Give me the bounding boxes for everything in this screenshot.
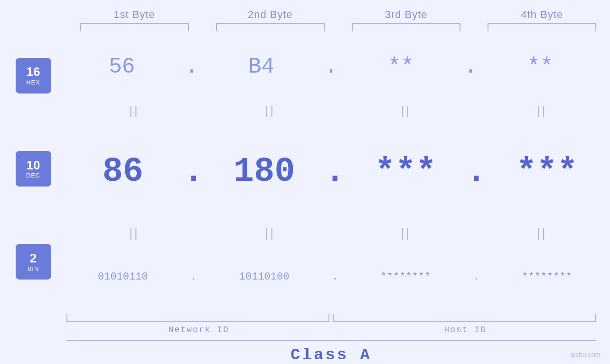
dec-byte2-block: 180 [208, 152, 321, 191]
byte-headers: 1st Byte 2nd Byte 3rd Byte 4th Byte [0, 0, 610, 21]
host-bracket [333, 314, 596, 322]
bin-byte3-block: ******** [349, 271, 462, 283]
bracket-cell-4 [474, 23, 610, 31]
hex-byte3-block: ** [346, 55, 457, 79]
byte2-header: 2nd Byte [202, 9, 338, 21]
data-rows: 56 . B4 . ** . ** [66, 31, 610, 306]
host-id-label: Host ID [335, 325, 596, 335]
dot-dec-2: . [321, 152, 349, 191]
class-label: Class A [291, 346, 372, 364]
badge-hex-label: HEX [26, 79, 40, 86]
eq2-b2: || [216, 226, 324, 241]
hex-byte2-block: B4 [206, 55, 317, 79]
class-section: Class A [0, 340, 610, 364]
dec-byte4-block: *** [490, 152, 603, 191]
bin-byte1: 01010110 [98, 271, 148, 283]
bottom-section: Network ID Host ID [0, 314, 610, 335]
top-bracket-4 [488, 23, 596, 31]
dot-bin-2: . [321, 271, 349, 283]
network-host-brackets [66, 314, 596, 322]
byte1-header: 1st Byte [66, 9, 202, 21]
dot-hex-3: . [456, 55, 485, 79]
eq1-b4: || [488, 103, 596, 118]
main-container: 1st Byte 2nd Byte 3rd Byte 4th Byte 16 H… [0, 0, 610, 364]
dot-bin-1: . [179, 271, 208, 283]
hex-byte2: B4 [248, 55, 274, 79]
badge-dec-label: DEC [26, 172, 40, 179]
dec-byte2: 180 [234, 152, 295, 191]
badge-bin: 2 BIN [16, 244, 51, 280]
dot-dec-3: . [462, 152, 490, 191]
badge-bin-label: BIN [28, 265, 39, 272]
top-bracket-3 [352, 23, 460, 31]
dot-hex-1: . [178, 55, 206, 79]
hex-byte1-block: 56 [66, 55, 178, 79]
bin-byte1-block: 01010110 [66, 271, 179, 283]
bin-byte2-block: 10110100 [208, 271, 321, 283]
eq2-b1: || [81, 226, 188, 241]
badge-dec-num: 10 [27, 159, 40, 172]
dec-byte1-block: 86 [66, 152, 179, 191]
badge-hex-num: 16 [27, 65, 40, 79]
dec-byte1: 86 [103, 152, 143, 191]
class-bracket-line [66, 340, 596, 341]
class-label-row: Class A [66, 346, 596, 364]
dec-byte4: *** [516, 152, 578, 191]
eq2-b4: || [488, 226, 596, 241]
badge-hex: 16 HEX [16, 58, 51, 93]
bin-byte4: ******** [522, 271, 572, 283]
label-row: Network ID Host ID [66, 325, 596, 335]
top-bracket-row [0, 23, 610, 31]
badge-bin-num: 2 [30, 252, 37, 265]
hex-byte4-block: ** [485, 55, 596, 79]
byte3-header: 3rd Byte [338, 9, 474, 21]
bracket-cell-2 [202, 23, 338, 31]
dec-byte3-block: *** [349, 152, 462, 191]
badges-column: 16 HEX 10 DEC 2 BIN [0, 31, 66, 306]
dot-bin-3: . [462, 271, 490, 283]
hex-byte1: 56 [109, 55, 135, 79]
dot-dec-1: . [179, 152, 208, 191]
hex-byte4: ** [527, 55, 554, 79]
watermark: ipshu.com [570, 351, 601, 358]
eq2-b3: || [353, 226, 460, 241]
network-bracket [66, 314, 329, 322]
bin-byte3: ******** [381, 271, 431, 283]
bin-byte2: 10110100 [239, 271, 290, 283]
bin-byte4-block: ******** [490, 271, 603, 283]
network-id-label: Network ID [66, 325, 331, 335]
byte4-header: 4th Byte [474, 9, 610, 21]
eq1-b2: || [216, 103, 324, 118]
badge-dec: 10 DEC [16, 151, 51, 187]
hex-byte3: ** [388, 55, 414, 79]
eq1-b3: || [353, 103, 460, 118]
top-bracket-1 [80, 23, 189, 31]
eq1-b1: || [81, 103, 188, 118]
bracket-cell-1 [66, 23, 202, 31]
dot-hex-2: . [317, 55, 346, 79]
top-bracket-2 [216, 23, 325, 31]
bracket-cell-3 [338, 23, 474, 31]
dec-byte3: *** [375, 152, 437, 191]
